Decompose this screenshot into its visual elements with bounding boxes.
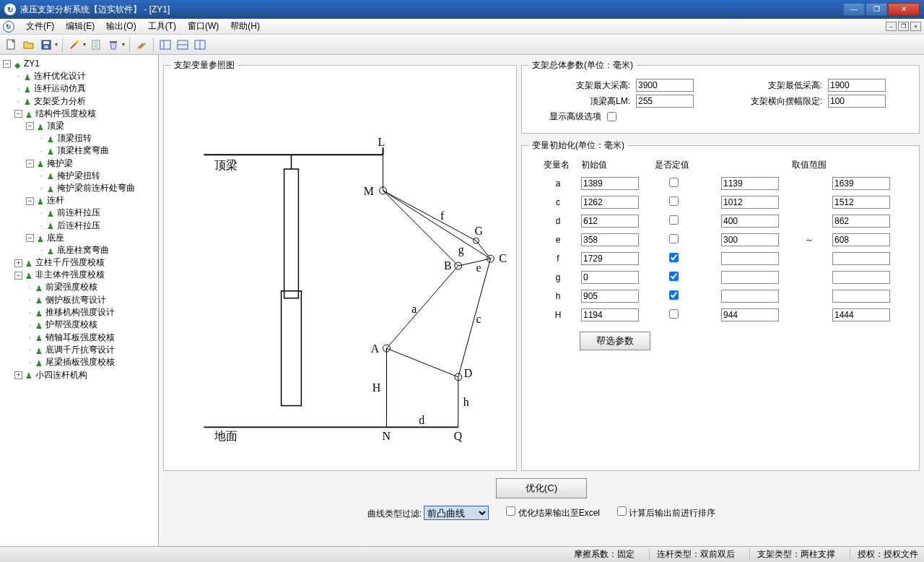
tree-item[interactable]: +♟立柱千斤强度校核 (14, 256, 157, 269)
var-range-min-input[interactable] (721, 196, 779, 209)
var-name: e (544, 235, 572, 245)
svg-text:a: a (411, 303, 417, 315)
menubar: ↻ 文件(F) 编辑(E) 输出(O) 工具(T) 窗口(W) 帮助(H) – … (0, 19, 924, 35)
tree-item[interactable]: +♟小四连杆机构 (14, 369, 157, 381)
var-fixed-checkbox[interactable] (669, 253, 679, 262)
var-range-min-input[interactable] (721, 290, 779, 303)
max-height-input[interactable] (636, 79, 694, 92)
report-button[interactable] (89, 38, 103, 52)
mdi-minimize-button[interactable]: – (886, 22, 897, 31)
save-button[interactable] (39, 38, 53, 52)
var-range-max-input[interactable] (832, 196, 890, 209)
tree-item[interactable]: −♟底座 ·♟底座柱窝弯曲 (26, 232, 157, 256)
var-init-input[interactable] (581, 308, 639, 321)
tree-item[interactable]: ·♟前连杆拉压 (38, 207, 157, 219)
layout2-button[interactable] (175, 38, 190, 52)
var-range-min-input[interactable] (721, 233, 779, 246)
tree-item[interactable]: ·♟尾梁插板强度校核 (26, 356, 157, 368)
tree-item[interactable]: ·♟护帮强度校核 (26, 319, 157, 331)
new-button[interactable] (4, 38, 19, 52)
tree-item[interactable]: −♟非主体件强度校核 ·♟前梁强度校核 ·♟侧护板抗弯设计 ·♟推移机构强度设计… (14, 269, 157, 368)
tree-item[interactable]: ·♟后连杆拉压 (38, 220, 157, 232)
tree-item[interactable]: ·♟底调千斤抗弯设计 (26, 344, 157, 356)
tree-item[interactable]: ·♟掩护梁扭转 (38, 170, 157, 182)
tree-panel[interactable]: −◆ZY1 ·♟连杆优化设计 ·♟连杆运动仿真 ·♟支架受力分析 −♟结构件强度… (0, 55, 159, 546)
var-range-max-input[interactable] (832, 252, 890, 265)
open-button[interactable] (22, 38, 36, 52)
tree-item[interactable]: −♟掩护梁 ·♟掩护梁扭转 ·♟掩护梁前连杆处弯曲 (26, 157, 157, 195)
maximize-button[interactable]: ❐ (866, 3, 887, 16)
tree-root[interactable]: −◆ZY1 ·♟连杆优化设计 ·♟连杆运动仿真 ·♟支架受力分析 −♟结构件强度… (3, 58, 157, 381)
tree-item[interactable]: ·♟推移机构强度设计 (26, 306, 157, 319)
tree-item[interactable]: ·♟顶梁柱窝弯曲 (38, 144, 157, 157)
var-range-max-input[interactable] (832, 233, 890, 246)
save-dropdown-icon[interactable]: ▾ (55, 41, 58, 48)
var-name: H (544, 310, 572, 320)
var-range-max-input[interactable] (832, 215, 890, 228)
svg-line-39 (383, 191, 458, 266)
var-init-input[interactable] (581, 177, 639, 190)
sort-before-output-checkbox[interactable] (617, 506, 627, 516)
tree-item[interactable]: −♟结构件强度校核 −♟顶梁 ·♟顶梁扭转 ·♟顶梁柱窝弯曲 −♟掩护梁 (14, 108, 157, 256)
var-range-max-input[interactable] (832, 271, 890, 284)
layout1-button[interactable] (158, 38, 173, 52)
var-fixed-checkbox[interactable] (669, 215, 679, 225)
tree-item[interactable]: ·♟掩护梁前连杆处弯曲 (38, 182, 157, 194)
delete-dropdown-icon[interactable]: ▾ (122, 41, 125, 48)
close-button[interactable]: ✕ (888, 3, 920, 16)
minimize-button[interactable]: — (843, 3, 865, 16)
tree-item[interactable]: ·♟销轴耳板强度校核 (26, 332, 157, 344)
var-init-input[interactable] (581, 252, 639, 265)
menu-edit[interactable]: 编辑(E) (60, 19, 100, 34)
tree-item[interactable]: ·♟顶梁扭转 (38, 132, 157, 144)
menu-help[interactable]: 帮助(H) (225, 19, 266, 34)
var-range-max-input[interactable] (832, 290, 890, 303)
mdi-close-button[interactable]: × (910, 22, 921, 31)
min-height-input[interactable] (828, 79, 886, 92)
var-range-max-input[interactable] (832, 308, 890, 321)
output-excel-checkbox[interactable] (506, 506, 515, 516)
var-fixed-checkbox[interactable] (669, 272, 679, 281)
help-params-button[interactable]: 帮选参数 (580, 332, 650, 350)
tools-button[interactable] (134, 38, 149, 52)
menu-file[interactable]: 文件(F) (20, 19, 60, 34)
var-init-input[interactable] (581, 290, 639, 303)
var-fixed-checkbox[interactable] (669, 309, 679, 319)
tree-item[interactable]: ·♟连杆优化设计 (14, 70, 157, 82)
var-init-input[interactable] (581, 233, 639, 246)
var-init-input[interactable] (581, 215, 639, 228)
tree-item[interactable]: ·♟连杆运动仿真 (14, 82, 157, 95)
var-range-min-input[interactable] (721, 308, 779, 321)
var-fixed-checkbox[interactable] (669, 178, 679, 187)
var-init-input[interactable] (581, 196, 639, 209)
var-range-min-input[interactable] (721, 177, 779, 190)
var-init-input[interactable] (581, 271, 639, 284)
menu-output[interactable]: 输出(O) (100, 19, 141, 34)
tree-item[interactable]: ·♟底座柱窝弯曲 (38, 244, 157, 256)
menu-tools[interactable]: 工具(T) (142, 19, 182, 34)
tree-item[interactable]: −♟顶梁 ·♟顶梁扭转 ·♟顶梁柱窝弯曲 (26, 120, 157, 157)
var-range-min-input[interactable] (721, 252, 779, 265)
var-fixed-checkbox[interactable] (669, 196, 679, 206)
beam-height-input[interactable] (636, 95, 694, 108)
tree-item[interactable]: ·♟侧护板抗弯设计 (26, 294, 157, 306)
mdi-restore-button[interactable]: ❐ (898, 22, 909, 31)
wand-button[interactable] (67, 38, 82, 52)
layout3-button[interactable] (193, 38, 207, 52)
tree-item[interactable]: −♟连杆 ·♟前连杆拉压 ·♟后连杆拉压 (26, 194, 157, 232)
var-range-min-input[interactable] (721, 215, 779, 228)
advanced-options-checkbox[interactable] (607, 112, 616, 121)
tree-item[interactable]: ·♟支架受力分析 (14, 95, 157, 108)
curve-filter-select[interactable]: 前凸曲线 (424, 506, 489, 520)
var-range-min-input[interactable] (721, 271, 779, 284)
var-fixed-checkbox[interactable] (669, 234, 679, 243)
var-range-max-input[interactable] (832, 177, 890, 190)
var-fixed-checkbox[interactable] (669, 290, 679, 300)
tree-item[interactable]: ·♟前梁强度校核 (26, 281, 157, 293)
optimize-button[interactable]: 优化(C) (496, 478, 588, 498)
wand-dropdown-icon[interactable]: ▾ (83, 41, 86, 48)
delete-button[interactable] (106, 38, 121, 52)
svg-text:B: B (444, 259, 452, 272)
swing-limit-input[interactable] (828, 95, 886, 108)
menu-window[interactable]: 窗口(W) (182, 19, 225, 34)
